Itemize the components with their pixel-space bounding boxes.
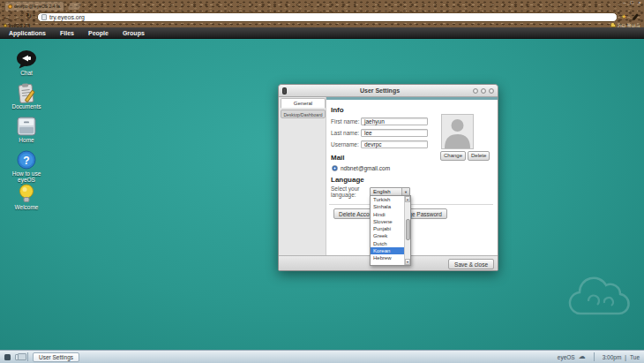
- language-heading: Language: [331, 176, 364, 184]
- browser-tab[interactable]: devrpc @ eyeOS 2.4 la...: [4, 1, 64, 11]
- eyeos-brand-label: eyeOS: [558, 354, 575, 360]
- tab-general[interactable]: General: [281, 98, 326, 108]
- page-icon: [41, 14, 47, 20]
- taskbar-right: eyeOS ☁ 3:00pm | Tue: [558, 352, 640, 361]
- url-bar[interactable]: try.eyeos.org: [37, 12, 618, 22]
- new-tab-button[interactable]: [68, 3, 82, 10]
- window-list-icon[interactable]: [15, 354, 23, 360]
- settings-content: Info First name: jaehyun Last name: lee …: [326, 97, 498, 255]
- desktop-icon-label: Home: [4, 137, 49, 143]
- avatar-change-button[interactable]: Change: [440, 151, 466, 161]
- tab-strip: devrpc @ eyeOS 2.4 la... – □ ×: [0, 0, 644, 11]
- clock-separator: |: [625, 354, 626, 360]
- language-dropdown-list: Turkish Sinhala Hindi Slovene Punjabi Gr…: [370, 195, 411, 266]
- first-name-input[interactable]: jaehyun: [361, 117, 428, 125]
- info-heading: Info: [331, 106, 344, 114]
- first-name-row: First name: jaehyun: [331, 117, 428, 125]
- language-label: Select your language:: [331, 185, 370, 198]
- mail-row: ndbnet@gmail.com: [332, 165, 390, 171]
- scroll-up-icon[interactable]: ▲: [405, 196, 410, 202]
- mail-heading: Mail: [331, 154, 345, 162]
- first-name-label: First name:: [331, 118, 361, 125]
- taskbar-separator: [594, 352, 595, 361]
- svg-text:?: ?: [23, 155, 29, 167]
- desktop-icon-chat[interactable]: Chat: [4, 49, 49, 76]
- forward-icon[interactable]: →: [11, 11, 23, 22]
- window-buttons: [473, 88, 494, 94]
- taskbar: User Settings eyeOS ☁ 3:00pm | Tue: [0, 350, 644, 363]
- window-body: General Desktop/Dashboard Info First nam…: [279, 97, 498, 255]
- clock-day[interactable]: Tue: [630, 354, 640, 360]
- desktop-icon-label: Welcome: [4, 204, 49, 210]
- last-name-row: Last name: lee: [331, 128, 428, 137]
- taskbar-separator: [27, 352, 28, 361]
- last-name-label: Last name:: [331, 130, 361, 136]
- bookmark-favicon-icon: [4, 24, 7, 27]
- desktop-icon-home[interactable]: Home: [4, 117, 49, 143]
- username-input[interactable]: devrpc: [361, 140, 428, 148]
- avatar-buttons: Change Delete: [440, 151, 490, 161]
- desktop-icon-documents[interactable]: Documents: [4, 83, 49, 110]
- select-arrow-icon: ▼: [401, 188, 409, 195]
- chat-icon: [16, 49, 37, 69]
- divider: [329, 204, 493, 205]
- eyeos-cloud-watermark-icon: [562, 273, 637, 321]
- browser-chrome: devrpc @ eyeOS 2.4 la... – □ × ← → ↻ try…: [0, 0, 644, 27]
- language-selected-value: English: [371, 189, 401, 194]
- window-title: User Settings: [287, 87, 473, 94]
- minimize-icon[interactable]: –: [624, 0, 626, 6]
- home-drawer-icon: [16, 117, 37, 136]
- window-controls: – □ ×: [624, 0, 641, 6]
- menu-groups[interactable]: Groups: [116, 30, 152, 36]
- eyeos-favicon-icon: [8, 4, 12, 9]
- window-maximize-button[interactable]: [481, 88, 486, 94]
- username-row: Username: devrpc: [331, 140, 428, 148]
- desktop-icon-how-to-use-eyeos[interactable]: ? How to use eyeOS: [4, 150, 49, 183]
- avatar: [441, 114, 474, 149]
- desktop-icon-welcome[interactable]: Welcome: [4, 184, 49, 210]
- window-close-button[interactable]: [489, 88, 494, 94]
- desktop-icon-label: How to use eyeOS: [4, 170, 49, 183]
- browser-toolbar: ← → ↻ try.eyeos.org ★: [0, 11, 644, 23]
- scrollbar-thumb[interactable]: [406, 219, 410, 240]
- avatar-delete-button[interactable]: Delete: [468, 151, 490, 161]
- save-close-button[interactable]: Save & close: [448, 259, 494, 269]
- clock-time[interactable]: 3:00pm: [603, 354, 622, 360]
- menu-people[interactable]: People: [81, 30, 116, 36]
- menu-files[interactable]: Files: [53, 30, 81, 36]
- documents-icon: [16, 83, 37, 102]
- wrench-menu-icon[interactable]: [632, 13, 639, 20]
- dropdown-scrollbar[interactable]: ▲ ▼: [404, 196, 410, 265]
- desktop-icon-label: Documents: [4, 103, 49, 110]
- lightbulb-icon: [16, 184, 37, 203]
- close-icon[interactable]: ×: [638, 0, 641, 6]
- mail-address: ndbnet@gmail.com: [341, 165, 390, 171]
- username-label: Username:: [331, 141, 361, 147]
- screen: devrpc @ eyeOS 2.4 la... – □ × ← → ↻ try…: [0, 0, 644, 363]
- back-icon[interactable]: ←: [0, 11, 11, 22]
- eyeos-menubar: Applications Files People Groups: [0, 27, 644, 39]
- desktop: Chat Documents: [0, 39, 644, 350]
- window-titlebar[interactable]: User Settings: [279, 85, 498, 97]
- bookmark-star-icon[interactable]: ★: [621, 13, 626, 20]
- mail-radio-button[interactable]: [332, 165, 338, 171]
- taskbar-task-user-settings[interactable]: User Settings: [33, 352, 79, 362]
- user-settings-window: User Settings General Desktop/Dashboard …: [278, 84, 498, 271]
- desktop-icon-label: Chat: [4, 70, 49, 76]
- maximize-icon[interactable]: □: [631, 0, 634, 6]
- settings-tabs: General Desktop/Dashboard: [279, 97, 326, 255]
- window-minimize-button[interactable]: [473, 88, 478, 94]
- tab-desktop-dashboard[interactable]: Desktop/Dashboard: [281, 110, 326, 118]
- last-name-input[interactable]: lee: [361, 129, 428, 137]
- help-question-icon: ?: [16, 150, 37, 170]
- folder-icon: [610, 24, 616, 27]
- show-desktop-icon[interactable]: [4, 354, 11, 360]
- refresh-icon[interactable]: ↻: [23, 11, 34, 22]
- scroll-down-icon[interactable]: ▼: [405, 259, 410, 265]
- menu-applications[interactable]: Applications: [2, 30, 53, 36]
- url-text: try.eyeos.org: [49, 14, 85, 20]
- eyeos-cloud-icon: ☁: [579, 352, 586, 361]
- tab-title: devrpc @ eyeOS 2.4 la...: [14, 4, 61, 9]
